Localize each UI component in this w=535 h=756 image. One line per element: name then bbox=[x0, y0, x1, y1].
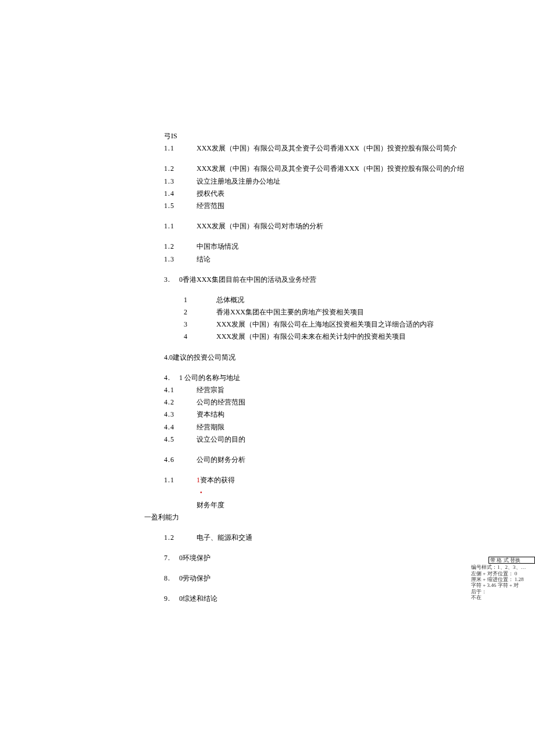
toc-line: 1.1XXX发展（中国）有限公司及其全资子公司香港XXX（中国）投资控股有限公司… bbox=[164, 143, 488, 154]
toc-line: 1.2XXX发展（中国）有限公司及其全资子公司香港XXX（中国）投资控股有限公司… bbox=[164, 163, 488, 174]
toc-number: 3. bbox=[164, 274, 179, 285]
toc-line: 4.5设立公司的目的 bbox=[164, 434, 488, 445]
toc-number: 7. bbox=[164, 553, 179, 564]
toc-text: 公司的财务分析 bbox=[197, 456, 245, 464]
toc-text: 中国市场情况 bbox=[197, 242, 238, 250]
header-text: 弓IS bbox=[164, 131, 488, 142]
spacer bbox=[164, 155, 488, 163]
toc-number: 1.2 bbox=[164, 241, 186, 252]
toc-line: 1.1XXX发展（中国）有限公司对市场的分析 bbox=[164, 221, 488, 232]
toc-line: 2香港XXX集团在中国主要的房地产投资相关项目 bbox=[164, 307, 488, 318]
red-bullet-icon: • bbox=[200, 488, 202, 497]
toc-text: 设立公司的目的 bbox=[197, 435, 245, 443]
toc-text: 0环境保护 bbox=[179, 554, 211, 562]
toc-line: 1.5经营范围 bbox=[164, 200, 488, 212]
spacer bbox=[164, 565, 488, 573]
toc-text: XXX发展（中国）有限公司在上海地区投资相关项目之详细合适的内容 bbox=[216, 320, 434, 328]
annotation-body: 编号样式：1、2、3、… 左侧 + 对齐位置： 0 厘米 + 缩进位置： 1.2… bbox=[471, 564, 535, 600]
spacer bbox=[164, 213, 488, 221]
toc-line: 4.0建议的投资公司简况 bbox=[164, 352, 488, 363]
toc-number: 4.4 bbox=[164, 422, 186, 433]
toc-line: 4.1经营宗旨 bbox=[164, 385, 488, 396]
toc-line: 1.11资本的获得 bbox=[164, 475, 488, 486]
toc-line: 3.0香港XXX集团目前在中国的活动及业务经营 bbox=[164, 274, 488, 285]
toc-line: 4.2公司的经营范围 bbox=[164, 397, 488, 408]
spacer bbox=[164, 524, 488, 532]
toc-line: 一盈利能力 bbox=[144, 512, 488, 523]
toc-line: 7.0环境保护 bbox=[164, 553, 488, 564]
toc-text: 4.0建议的投资公司简况 bbox=[164, 353, 236, 361]
toc-number: 4.6 bbox=[164, 454, 186, 465]
toc-text: 一盈利能力 bbox=[144, 513, 179, 521]
spacer bbox=[164, 266, 488, 274]
toc-line: 1.3设立注册地及注册办公地址 bbox=[164, 176, 488, 187]
annotation-header: 带 格 式 替换 bbox=[488, 557, 535, 564]
toc-number: 1.3 bbox=[164, 176, 186, 187]
toc-text: 经营范围 bbox=[197, 202, 224, 210]
toc-number: 1.4 bbox=[164, 188, 186, 199]
document-page: 弓IS 1.1XXX发展（中国）有限公司及其全资子公司香港XXX（中国）投资控股… bbox=[0, 0, 535, 653]
toc-text: XXX发展（中国）有限公司对市场的分析 bbox=[197, 222, 323, 230]
toc-number: 4.5 bbox=[164, 434, 186, 445]
toc-text: 经营期限 bbox=[197, 423, 224, 431]
toc-text: 0香港XXX集团目前在中国的活动及业务经营 bbox=[179, 275, 316, 284]
toc-line: 8.0劳动保护 bbox=[164, 573, 488, 584]
spacer bbox=[164, 585, 488, 593]
toc-text: 电子、能源和交通 bbox=[197, 533, 252, 542]
toc-text: 公司的经营范围 bbox=[197, 398, 245, 406]
format-annotation: 带 格 式 替换 编号样式：1、2、3、… 左侧 + 对齐位置： 0 厘米 + … bbox=[471, 557, 535, 600]
toc-text: 总体概况 bbox=[216, 296, 244, 304]
toc-text: 0综述和结论 bbox=[179, 594, 217, 603]
toc-number: 9. bbox=[164, 593, 179, 604]
toc-number: 1.3 bbox=[164, 254, 186, 265]
toc-number: 2 bbox=[184, 307, 206, 318]
toc-text: XXX发展（中国）有限公司及其全资子公司香港XXX（中国）投资控股有限公司简介 bbox=[197, 144, 457, 152]
spacer bbox=[164, 286, 488, 295]
toc-line: 9.0综述和结论 bbox=[164, 593, 488, 604]
toc-number: 4 bbox=[184, 331, 206, 342]
toc-line: 4.3资本结构 bbox=[164, 409, 488, 420]
spacer bbox=[164, 544, 488, 553]
toc-text: 财务年度 bbox=[197, 501, 224, 509]
toc-text: 香港XXX集团在中国主要的房地产投资相关项目 bbox=[216, 308, 364, 316]
toc-number: 4.1 bbox=[164, 385, 186, 396]
toc-line: 1.2中国市场情况 bbox=[164, 241, 488, 252]
toc-line: 财务年度 bbox=[164, 500, 488, 511]
toc-number: 1.1 bbox=[164, 221, 186, 232]
toc-text: 资本结构 bbox=[197, 410, 224, 418]
toc-text: 设立注册地及注册办公地址 bbox=[197, 177, 280, 185]
toc-number: 1.5 bbox=[164, 200, 186, 212]
toc-line: 3XXX发展（中国）有限公司在上海地区投资相关项目之详细合适的内容 bbox=[164, 319, 488, 330]
toc-line: 1.4授权代表 bbox=[164, 188, 488, 199]
toc-line: 1.2电子、能源和交通 bbox=[164, 532, 488, 543]
toc-line: 1总体概况 bbox=[164, 295, 488, 306]
toc-line: 4.1 公司的名称与地址 bbox=[164, 372, 488, 384]
spacer bbox=[164, 364, 488, 372]
toc-text: 0劳动保护 bbox=[179, 574, 211, 582]
toc-text: 经营宗旨 bbox=[197, 386, 224, 394]
toc-line: 4XXX发展（中国）有限公司未来在相关计划中的投资相关项目 bbox=[164, 331, 488, 342]
toc-number: 4. bbox=[164, 372, 179, 384]
toc-number: 3 bbox=[184, 319, 206, 330]
toc-line: 4.6公司的财务分析 bbox=[164, 454, 488, 465]
toc-number: 1.1 bbox=[164, 143, 186, 154]
spacer bbox=[164, 344, 488, 352]
content-body: 1.1XXX发展（中国）有限公司及其全资子公司香港XXX（中国）投资控股有限公司… bbox=[164, 143, 488, 604]
spacer bbox=[164, 467, 488, 475]
toc-number: 4.3 bbox=[164, 409, 186, 420]
toc-text: 结论 bbox=[197, 255, 211, 263]
toc-number: 4.2 bbox=[164, 397, 186, 408]
bullet-marker: • bbox=[164, 487, 488, 498]
toc-text: XXX发展（中国）有限公司及其全资子公司香港XXX（中国）投资控股有限公司的介绍 bbox=[197, 164, 464, 173]
toc-number: 1 bbox=[184, 295, 206, 306]
toc-number: 1.1 bbox=[164, 475, 186, 486]
toc-text: 资本的获得 bbox=[200, 476, 235, 484]
toc-number: 8. bbox=[164, 573, 179, 584]
toc-number: 1.2 bbox=[164, 163, 186, 174]
toc-line: 1.3结论 bbox=[164, 254, 488, 265]
toc-text: 1 公司的名称与地址 bbox=[179, 374, 240, 382]
spacer bbox=[164, 233, 488, 241]
toc-text: XXX发展（中国）有限公司未来在相关计划中的投资相关项目 bbox=[216, 332, 406, 341]
toc-line: 4.4经营期限 bbox=[164, 422, 488, 433]
spacer bbox=[164, 446, 488, 454]
